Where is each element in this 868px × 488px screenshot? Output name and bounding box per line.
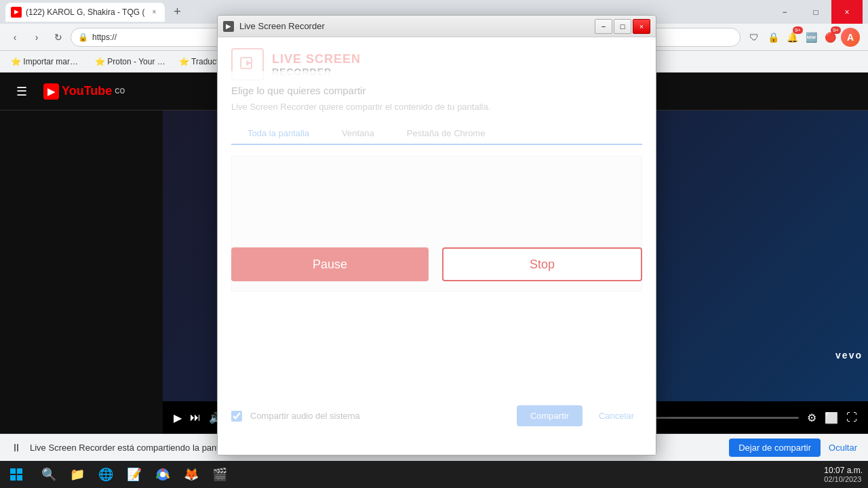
reload-button[interactable]: ↻ bbox=[49, 28, 68, 47]
stop-sharing-button[interactable]: Dejar de compartir bbox=[729, 439, 821, 457]
sidebar-toggle[interactable]: ☰ bbox=[11, 79, 33, 104]
dialog-titlebar[interactable]: ▶ Live Screen Recorder − □ × bbox=[218, 16, 656, 37]
youtube-logo: ▶ YouTube CO bbox=[43, 83, 125, 100]
forward-button[interactable]: › bbox=[27, 28, 46, 47]
next-button[interactable]: ⏭ bbox=[190, 411, 201, 424]
tab-title: (122) KAROL G, Shakira - TQG ( bbox=[26, 7, 144, 17]
taskbar-app-edge[interactable]: 🌐 bbox=[92, 461, 119, 488]
taskbar-app-firefox[interactable]: 🦊 bbox=[178, 461, 205, 488]
lock-icon: 🔒 bbox=[78, 33, 88, 42]
taskbar-app-chrome[interactable] bbox=[149, 461, 176, 488]
taskbar-right: 10:07 a.m. 02/10/2023 bbox=[818, 466, 868, 483]
svg-rect-4 bbox=[10, 475, 16, 481]
dialog-minimize-button[interactable]: − bbox=[595, 19, 612, 34]
proton-extension[interactable]: 🛡 bbox=[746, 29, 762, 45]
fullscreen-button[interactable]: ⛶ bbox=[846, 411, 857, 424]
maximize-button[interactable]: □ bbox=[800, 0, 831, 24]
svg-point-7 bbox=[160, 472, 165, 477]
taskbar-time: 10:07 a.m. 02/10/2023 bbox=[824, 466, 863, 483]
dialog-title-text: Live Screen Recorder bbox=[239, 21, 595, 31]
date-display: 02/10/2023 bbox=[824, 475, 863, 483]
bookmark-0[interactable]: ⭐ Importar marcadores... bbox=[5, 56, 87, 68]
profile-avatar[interactable]: A bbox=[841, 28, 860, 47]
svg-rect-3 bbox=[17, 468, 22, 474]
recorder-dialog: ▶ Live Screen Recorder − □ × bbox=[217, 15, 656, 455]
dialog-title-icon: ▶ bbox=[223, 21, 234, 32]
more-options-button[interactable]: ⚙ bbox=[807, 411, 816, 424]
taskbar-app-search[interactable]: 🔍 bbox=[35, 461, 62, 488]
youtube-favicon: ▶ bbox=[11, 7, 22, 18]
svg-rect-2 bbox=[10, 468, 16, 474]
vevo-badge: vevo bbox=[835, 350, 863, 361]
recorder-overlay: Pause Stop bbox=[218, 37, 656, 455]
tab-close-button[interactable]: × bbox=[149, 7, 159, 18]
taskbar-apps: 🔍 📁 🌐 📝 🦊 🎬 bbox=[33, 461, 236, 488]
dialog-body: LIVE SCREEN RECORDER Elige lo que quiere… bbox=[218, 37, 656, 455]
stop-button[interactable]: Stop bbox=[442, 247, 642, 281]
window-controls: − □ × bbox=[769, 0, 863, 24]
close-button[interactable]: × bbox=[831, 0, 863, 24]
share-icon: ⏸ bbox=[11, 442, 22, 454]
theater-mode-button[interactable]: ⬜ bbox=[825, 411, 838, 424]
time-display: 10:07 a.m. bbox=[824, 466, 863, 475]
notification-extension[interactable]: 🔔 9+ bbox=[784, 29, 800, 45]
back-button[interactable]: ‹ bbox=[5, 28, 24, 47]
dialog-restore-button[interactable]: □ bbox=[614, 19, 631, 34]
chrome-tab-active[interactable]: ▶ (122) KAROL G, Shakira - TQG ( × bbox=[5, 3, 165, 22]
taskbar-app-recorder[interactable]: 🎬 bbox=[206, 461, 233, 488]
play-button[interactable]: ▶ bbox=[174, 411, 182, 424]
dialog-window-controls: − □ × bbox=[595, 19, 650, 34]
taskbar-app-word[interactable]: 📝 bbox=[121, 461, 148, 488]
youtube-logo-icon: ▶ bbox=[43, 83, 59, 100]
taskbar: 🔍 📁 🌐 📝 🦊 🎬 10:07 a.m. 02/10/2023 bbox=[0, 461, 868, 488]
youtube-logo-text: YouTube bbox=[62, 84, 112, 98]
hide-notification-button[interactable]: Ocultar bbox=[829, 443, 857, 453]
svg-rect-5 bbox=[17, 475, 22, 481]
pause-button[interactable]: Pause bbox=[231, 247, 429, 281]
new-tab-button[interactable]: + bbox=[167, 3, 186, 22]
shield-extension[interactable]: 🔒 bbox=[765, 29, 781, 45]
recorder-buttons: Pause Stop bbox=[218, 247, 656, 281]
red-extension[interactable]: 🔴 9+ bbox=[822, 29, 838, 45]
address-text: https:// bbox=[92, 33, 117, 42]
ext-badge-count: 9+ bbox=[831, 26, 841, 34]
yt-sidebar bbox=[0, 110, 163, 488]
dialog-close-button[interactable]: × bbox=[633, 19, 650, 34]
notification-badge: 9+ bbox=[793, 26, 803, 34]
start-button[interactable] bbox=[0, 461, 33, 488]
new-extension[interactable]: 🆕 bbox=[803, 29, 819, 45]
minimize-button[interactable]: − bbox=[769, 0, 800, 24]
taskbar-app-files[interactable]: 📁 bbox=[64, 461, 91, 488]
bookmark-1[interactable]: ⭐ Proton - Your Online P... bbox=[90, 56, 171, 68]
extensions-area: 🛡 🔒 🔔 9+ 🆕 🔴 9+ A bbox=[743, 28, 863, 47]
